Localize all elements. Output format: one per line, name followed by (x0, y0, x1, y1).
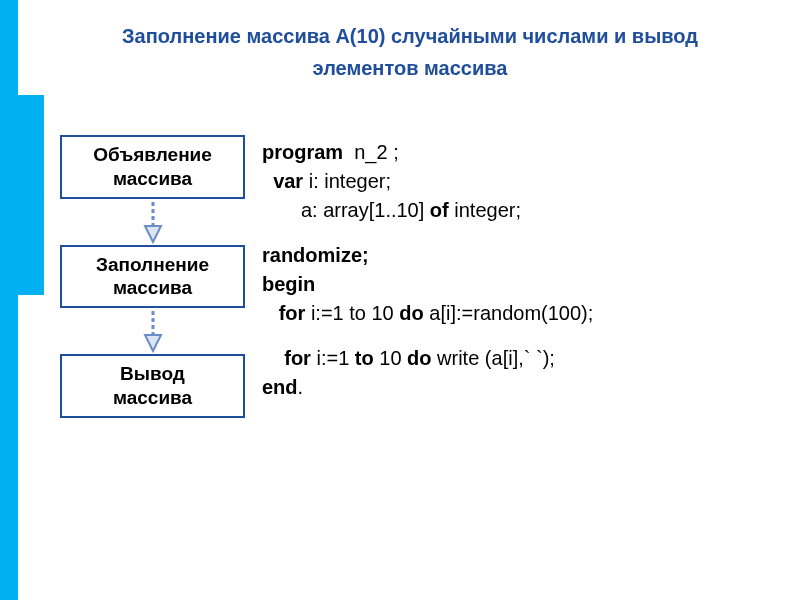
code-line: for i:=1 to 10 do a[i]:=random(100); (262, 299, 593, 328)
flow-label: Вывод массива (66, 362, 239, 410)
title-line-1: Заполнение массива A(10) случайными числ… (122, 25, 698, 47)
code-line: randomize; (262, 241, 593, 270)
svg-marker-3 (145, 335, 161, 351)
svg-marker-1 (145, 226, 161, 242)
flowchart: Объявление массива Заполнение массива Вы… (60, 135, 245, 418)
flow-arrow-2 (60, 308, 245, 354)
left-stripe (0, 0, 18, 600)
arrow-down-icon (140, 200, 166, 244)
flow-box-declare: Объявление массива (60, 135, 245, 199)
arrow-down-icon (140, 309, 166, 353)
flow-box-fill: Заполнение массива (60, 245, 245, 309)
code-line: var i: integer; (262, 167, 593, 196)
code-block: program n_2 ; var i: integer; a: array[1… (262, 138, 593, 402)
flow-label: Объявление массива (66, 143, 239, 191)
code-line: begin (262, 270, 593, 299)
code-line: program n_2 ; (262, 138, 593, 167)
flow-box-output: Вывод массива (60, 354, 245, 418)
flow-label: Заполнение массива (66, 253, 239, 301)
left-accent-block (0, 95, 44, 295)
code-line: for i:=1 to 10 do write (a[i],` `); (262, 344, 593, 373)
slide-title: Заполнение массива A(10) случайными числ… (40, 20, 780, 84)
flow-arrow-1 (60, 199, 245, 245)
title-line-2: элементов массива (313, 57, 508, 79)
code-line: a: array[1..10] of integer; (262, 196, 593, 225)
code-line: end. (262, 373, 593, 402)
